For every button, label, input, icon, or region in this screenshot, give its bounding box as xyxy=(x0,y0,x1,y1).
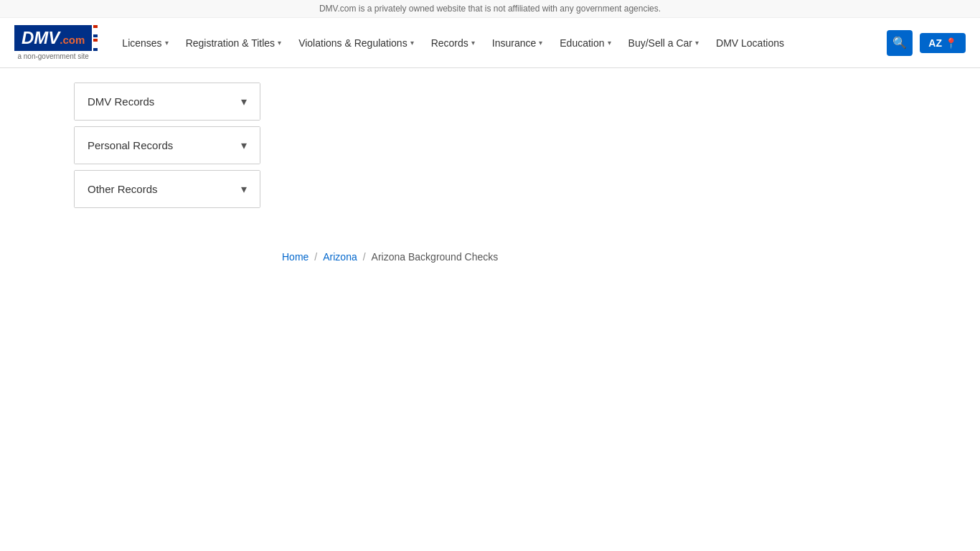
nav-licenses-arrow: ▾ xyxy=(165,39,169,47)
location-button[interactable]: AZ 📍 xyxy=(920,33,966,53)
banner-text: DMV.com is a privately owned website tha… xyxy=(319,4,661,14)
nav-insurance[interactable]: Insurance ▾ xyxy=(484,18,551,67)
sidebar-personal-records-header[interactable]: Personal Records ▾ xyxy=(75,127,260,164)
sidebar-other-records: Other Records ▾ xyxy=(74,170,260,208)
nav-licenses[interactable]: Licenses ▾ xyxy=(113,18,176,67)
breadcrumb-sep-1: / xyxy=(314,251,317,263)
nav-education-arrow: ▾ xyxy=(608,39,611,47)
nav-records-arrow: ▾ xyxy=(471,39,475,47)
nav-buysellacar-label: Buy/Sell a Car xyxy=(628,37,692,49)
search-icon: 🔍 xyxy=(892,36,907,50)
nav-dmvlocations[interactable]: DMV Locations xyxy=(707,18,793,67)
breadcrumb-current: Arizona Background Checks xyxy=(372,251,499,263)
sidebar-personal-records-chevron: ▾ xyxy=(241,138,247,152)
sidebar-other-records-label: Other Records xyxy=(88,183,158,195)
main-content: Home / Arizona / Arizona Background Chec… xyxy=(282,83,906,431)
sidebar-dmv-records: DMV Records ▾ xyxy=(74,83,260,121)
logo-dmv-text: DMV.com xyxy=(22,29,85,47)
sidebar: DMV Records ▾ Personal Records ▾ Other R… xyxy=(74,83,260,431)
logo-box: DMV.com xyxy=(14,25,92,51)
breadcrumb: Home / Arizona / Arizona Background Chec… xyxy=(282,83,906,431)
location-state: AZ xyxy=(928,37,942,49)
nav-dmvlocations-label: DMV Locations xyxy=(716,37,784,49)
nav-registration-label: Registration & Titles xyxy=(186,37,275,49)
sidebar-personal-records: Personal Records ▾ xyxy=(74,126,260,164)
nav-education[interactable]: Education ▾ xyxy=(551,18,619,67)
top-banner: DMV.com is a privately owned website tha… xyxy=(0,0,980,18)
nav-records-label: Records xyxy=(431,37,468,49)
logo-tagline: a non-government site xyxy=(17,52,89,60)
nav-buysellacar-arrow: ▾ xyxy=(695,39,699,47)
nav-violations-label: Violations & Regulations xyxy=(298,37,407,49)
sidebar-dmv-records-header[interactable]: DMV Records ▾ xyxy=(75,83,260,120)
nav-violations[interactable]: Violations & Regulations ▾ xyxy=(290,18,423,67)
nav-registration-arrow: ▾ xyxy=(278,39,281,47)
sidebar-personal-records-label: Personal Records xyxy=(88,139,173,151)
nav-registration[interactable]: Registration & Titles ▾ xyxy=(177,18,291,67)
sidebar-other-records-chevron: ▾ xyxy=(241,182,247,196)
location-pin-icon: 📍 xyxy=(945,37,957,49)
nav-insurance-arrow: ▾ xyxy=(539,39,542,47)
search-button[interactable]: 🔍 xyxy=(887,30,913,56)
sidebar-other-records-header[interactable]: Other Records ▾ xyxy=(75,171,260,207)
breadcrumb-sep-2: / xyxy=(363,251,366,263)
sidebar-dmv-records-chevron: ▾ xyxy=(241,95,247,108)
header-right: 🔍 AZ 📍 xyxy=(887,30,966,56)
nav-education-label: Education xyxy=(560,37,604,49)
logo-link[interactable]: DMV.com a non-government site xyxy=(14,25,92,60)
nav-insurance-label: Insurance xyxy=(492,37,536,49)
breadcrumb-state[interactable]: Arizona xyxy=(323,251,357,263)
site-header: DMV.com a non-government site Licenses ▾ xyxy=(0,18,980,68)
nav-violations-arrow: ▾ xyxy=(410,39,414,47)
sidebar-dmv-records-label: DMV Records xyxy=(88,95,154,108)
breadcrumb-home[interactable]: Home xyxy=(282,251,308,263)
nav-licenses-label: Licenses xyxy=(122,37,161,49)
page-wrapper: DMV Records ▾ Personal Records ▾ Other R… xyxy=(60,68,920,446)
nav-records[interactable]: Records ▾ xyxy=(423,18,484,67)
nav-buysellacar[interactable]: Buy/Sell a Car ▾ xyxy=(620,18,707,67)
main-nav: Licenses ▾ Registration & Titles ▾ Viola… xyxy=(113,18,887,67)
